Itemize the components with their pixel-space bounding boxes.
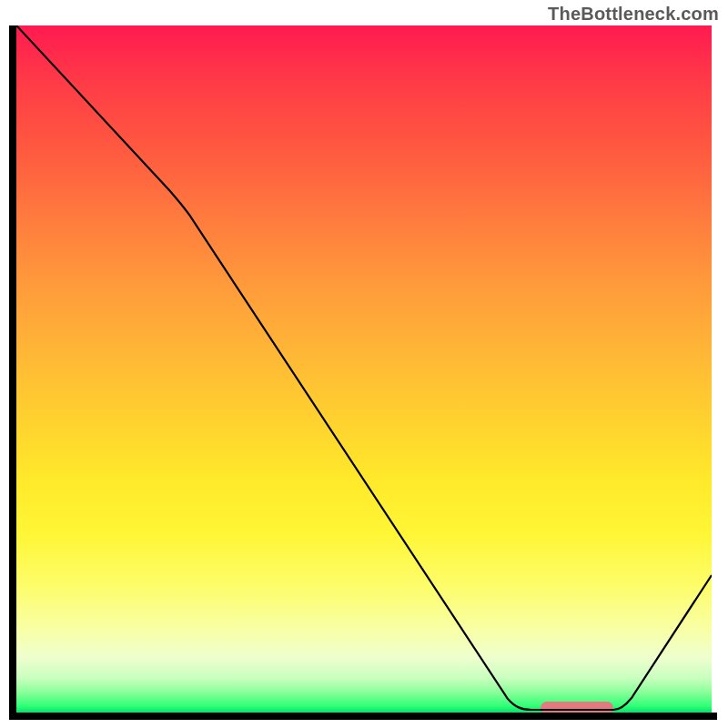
y-axis-bar: [9, 25, 16, 713]
bottleneck-curve: [16, 25, 712, 710]
curve-svg: [16, 25, 712, 713]
optimal-range-bar: [541, 702, 613, 713]
plot-area: [16, 25, 712, 713]
watermark-text: TheBottleneck.com: [548, 4, 719, 25]
x-axis-bar: [9, 713, 717, 720]
